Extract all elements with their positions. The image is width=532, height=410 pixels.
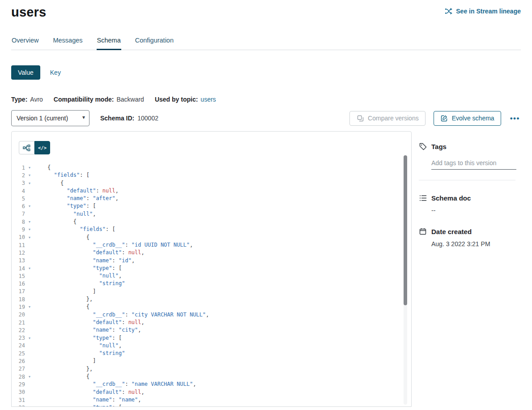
page-title: users [11,4,46,21]
line-number: 32 [12,405,25,407]
version-select[interactable]: Version 1 (current) [11,110,89,126]
line-number: 14 [12,265,25,272]
scrollbar-thumb[interactable] [404,155,407,305]
code-line: "default": null, [47,187,411,195]
code-line: { [47,373,411,380]
line-number: 11 [12,242,25,248]
code-line: "name": "city", [47,326,411,334]
fold-toggle-icon[interactable]: ▾ [25,164,34,171]
fold-toggle-icon[interactable]: ▾ [25,202,34,210]
fold-toggle-icon[interactable]: ▾ [25,265,34,272]
code-line: "string" [47,350,411,357]
compatibility-value: Backward [116,96,144,103]
code-area: 1▾2▾3▾456▾78▾9▾10▾11121314▾1516171819▾20… [12,164,411,407]
line-number: 5 [12,196,25,202]
fold-toggle-icon[interactable]: ▾ [25,303,34,311]
fold-toggle-icon[interactable]: ▾ [25,404,34,407]
code-content: { "fields": [ { "default": null, "name":… [36,164,411,407]
code-line: }, [47,365,411,373]
add-tags-input[interactable] [431,159,516,170]
main-content: </> 1▾2▾3▾456▾78▾9▾10▾11121314▾151617181… [11,131,521,407]
fold-toggle-icon[interactable]: ▾ [25,234,34,241]
line-number: 9 [12,226,25,233]
fold-toggle-icon[interactable]: ▾ [25,373,34,380]
line-number: 29 [12,381,25,388]
code-line: "null", [47,342,411,350]
code-view-button[interactable]: </> [34,141,50,154]
fold-toggle-icon[interactable]: ▾ [25,226,34,233]
tab-schema[interactable]: Schema [97,37,121,50]
version-select-wrap: Version 1 (current) ▾ [11,110,89,126]
code-line: "default": null, [47,389,411,396]
compare-versions-label: Compare versions [368,115,419,122]
fold-toggle-icon[interactable]: ▾ [25,171,34,179]
code-line: "null", [47,210,411,218]
code-line: "name": "after", [47,195,411,202]
code-line: "fields": [ [47,226,411,233]
meta-type: Type: Avro [11,96,43,103]
code-line: "type": [ [47,202,411,210]
tab-messages[interactable]: Messages [52,37,83,50]
stream-lineage-label: See in Stream lineage [456,8,521,15]
stream-lineage-icon [445,7,453,15]
version-bar: Version 1 (current) ▾ Schema ID: 100002 … [11,110,521,126]
code-line: "__crdb__": "city VARCHAR NOT NULL", [47,311,411,319]
tree-view-button[interactable] [19,141,34,154]
line-number: 30 [12,389,25,395]
tab-overview[interactable]: Overview [11,37,39,50]
fold-toggle-icon[interactable]: ▾ [25,218,34,226]
tab-configuration[interactable]: Configuration [135,37,174,50]
line-number: 28 [12,374,25,380]
compare-versions-button[interactable]: Compare versions [349,111,426,126]
line-number: 7 [12,211,25,217]
line-number: 20 [12,312,25,318]
code-line: ] [47,288,411,295]
line-number: 23 [12,335,25,341]
code-line: "type": [ [47,404,411,407]
more-actions-button[interactable]: ••• [509,115,521,122]
tags-section-header: Tags [419,142,521,150]
code-line: "__crdb__": "id UUID NOT NULL", [47,241,411,249]
evolve-pencil-icon [440,114,448,122]
key-toggle-button[interactable]: Key [50,69,61,76]
fold-toggle-icon[interactable]: ▾ [25,179,34,187]
schema-doc-title: Schema doc [431,194,471,202]
fold-toggle-icon[interactable]: ▾ [25,334,34,342]
line-number: 27 [12,366,25,372]
code-line: { [47,218,411,226]
date-created-header: Date created [419,227,521,235]
line-number: 26 [12,358,25,364]
line-number: 21 [12,320,25,326]
code-line: "type": [ [47,334,411,342]
schema-doc-section: Schema doc -- [419,194,521,214]
code-line: }, [47,295,411,303]
value-key-toggle: Value Key [11,65,521,80]
code-line: { [47,164,411,171]
date-created-title: Date created [431,228,472,235]
line-number: 10 [12,234,25,240]
meta-compatibility: Compatibility mode: Backward [54,96,144,103]
page-header: users See in Stream lineage [11,4,521,21]
evolve-schema-label: Evolve schema [452,115,494,122]
page: users See in Stream lineage Overview Mes… [0,0,532,407]
code-line: "string" [47,280,411,287]
meta-topic: Used by topic: users [155,96,216,103]
type-value: Avro [30,96,43,103]
line-number: 2 [12,172,25,179]
line-number: 8 [12,219,25,225]
evolve-schema-button[interactable]: Evolve schema [434,111,501,126]
line-number: 16 [12,281,25,287]
stream-lineage-link[interactable]: See in Stream lineage [445,7,521,15]
line-number: 6 [12,203,25,209]
code-line: ] [47,357,411,365]
value-toggle-button[interactable]: Value [11,65,40,80]
compare-icon [356,114,364,122]
line-number: 31 [12,397,25,403]
vertical-scrollbar[interactable] [404,155,407,405]
topic-link[interactable]: users [200,96,216,103]
line-number: 19 [12,304,25,310]
line-number: 22 [12,327,25,333]
line-number: 12 [12,250,25,256]
schema-id-value: 100002 [137,115,158,122]
tab-bar: Overview Messages Schema Configuration [11,37,521,50]
